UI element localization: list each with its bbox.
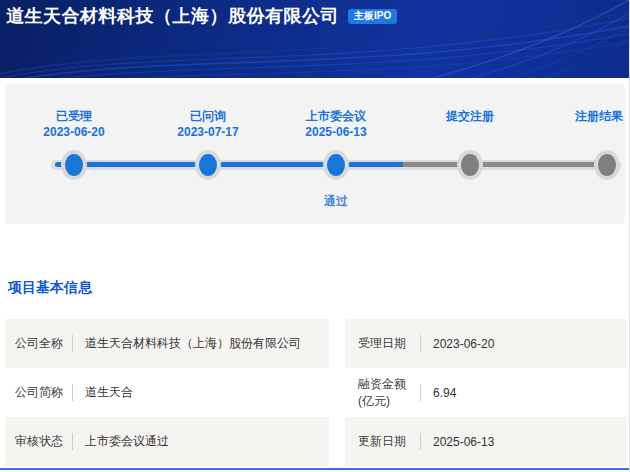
field-value: 6.94 [433, 386, 456, 400]
info-cell-full-name: 公司全称 道生天合材料科技（上海）股份有限公司 [5, 319, 329, 368]
divider [72, 335, 73, 352]
field-label: 融资金额(亿元) [358, 376, 420, 410]
timeline-node-inquired [195, 150, 221, 180]
field-value: 上市委会议通过 [85, 433, 169, 450]
stage-label-inquired: 已问询 2023-07-17 [177, 108, 238, 140]
field-label: 审核状态 [15, 433, 72, 450]
board-ipo-badge: 主板IPO [348, 9, 397, 24]
info-cell-update-date: 更新日期 2025-06-13 [345, 417, 627, 466]
field-value: 道生天合材料科技（上海）股份有限公司 [85, 335, 301, 352]
info-cell-financing-amount: 融资金额(亿元) 6.94 [345, 368, 627, 417]
timeline-node-accepted [61, 150, 87, 180]
basic-info-table: 公司全称 道生天合材料科技（上海）股份有限公司 受理日期 2023-06-20 … [0, 319, 630, 467]
ipo-progress-panel: 已受理 2023-06-20 已问询 2023-07-17 上市委会议 2025… [5, 84, 625, 224]
header-banner: 道生天合材料科技（上海）股份有限公司 主板IPO [0, 0, 630, 78]
field-value: 2023-06-20 [433, 337, 494, 351]
timeline-node-submit-registration [457, 150, 483, 180]
info-cell-acceptance-date: 受理日期 2023-06-20 [345, 319, 627, 368]
stage-name: 已受理 [43, 108, 104, 124]
field-label: 更新日期 [358, 433, 420, 450]
divider [72, 433, 73, 450]
divider [420, 384, 421, 401]
committee-result-note: 通过 [324, 193, 348, 210]
section-accent-line [0, 468, 630, 470]
stage-name: 已问询 [177, 108, 238, 124]
header-title-row: 道生天合材料科技（上海）股份有限公司 主板IPO [6, 4, 397, 28]
info-cell-review-status: 审核状态 上市委会议通过 [5, 417, 329, 466]
section-heading-basic-info: 项目基本信息 [8, 279, 92, 297]
stage-date: 2023-07-17 [177, 124, 238, 140]
stage-label-registration-result: 注册结果 [575, 108, 623, 124]
node-dot-icon [598, 154, 616, 176]
stage-name: 注册结果 [575, 108, 623, 124]
field-label: 公司全称 [15, 335, 72, 352]
company-title: 道生天合材料科技（上海）股份有限公司 [6, 4, 339, 28]
stage-date: 2023-06-20 [43, 124, 104, 140]
divider [420, 335, 421, 352]
node-dot-icon [461, 154, 479, 176]
timeline-track-completed [55, 162, 403, 167]
stage-name: 提交注册 [446, 108, 494, 124]
field-label: 受理日期 [358, 335, 420, 352]
node-dot-icon [327, 154, 345, 176]
node-dot-icon [65, 154, 83, 176]
info-cell-short-name: 公司简称 道生天合 [5, 368, 329, 417]
stage-date: 2025-06-13 [305, 124, 366, 140]
divider [420, 433, 421, 450]
stage-label-accepted: 已受理 2023-06-20 [43, 108, 104, 140]
field-value: 2025-06-13 [433, 435, 494, 449]
divider [72, 384, 73, 401]
stage-label-submit-registration: 提交注册 [446, 108, 494, 124]
field-label: 公司简称 [15, 384, 72, 401]
stage-label-committee-meeting: 上市委会议 2025-06-13 [305, 108, 366, 140]
field-value: 道生天合 [85, 384, 133, 401]
timeline-node-registration-result [594, 150, 620, 180]
timeline-node-committee-meeting [323, 150, 349, 180]
timeline-track-remaining [403, 162, 617, 167]
node-dot-icon [199, 154, 217, 176]
ipo-detail-page: { "header": { "title": "道生天合材料科技（上海）股份有限… [0, 0, 630, 472]
stage-name: 上市委会议 [305, 108, 366, 124]
